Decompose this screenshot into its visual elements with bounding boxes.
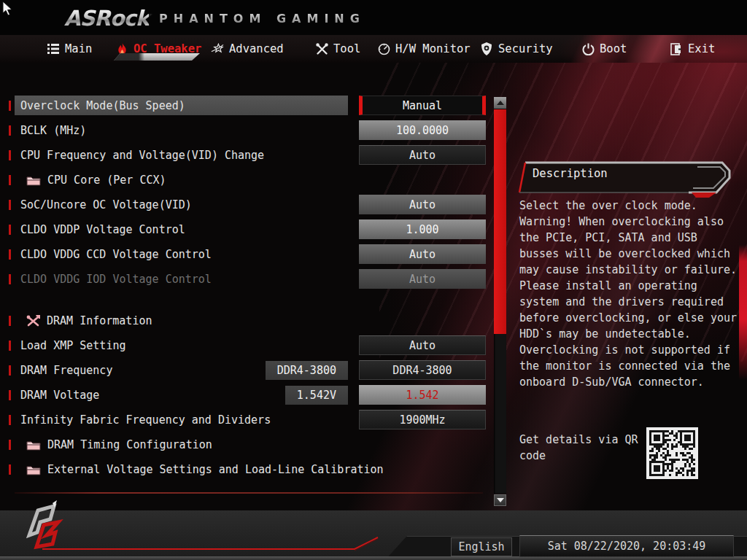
row-tick-icon	[9, 125, 11, 136]
row-tick-icon	[9, 440, 11, 450]
tab-boot[interactable]: Boot	[581, 35, 627, 63]
list-icon	[47, 42, 60, 55]
setting-label: DRAM Voltage	[20, 389, 99, 402]
tab-label: Tool	[333, 42, 360, 55]
settings-row[interactable]: BCLK (MHz) 100.0000	[9, 118, 486, 143]
exit-door-icon	[670, 42, 683, 55]
setting-value-button[interactable]: Auto	[359, 145, 486, 165]
setting-current-value: DDR4-3800	[266, 361, 348, 380]
scrollbar-thumb[interactable]	[494, 109, 506, 334]
settings-row[interactable]: CLDO VDDP Voltage Control 1.000	[9, 217, 486, 242]
qr-hint-text: Get details via QR code	[519, 432, 648, 464]
shield-icon	[480, 42, 493, 55]
setting-label: Overclock Mode(Bus Speed)	[20, 99, 185, 112]
tab-exit[interactable]: Exit	[670, 35, 715, 63]
settings-list: Overclock Mode(Bus Speed) Manual BCLK (M…	[9, 93, 486, 482]
scroll-down-button[interactable]	[494, 494, 506, 506]
tab-tool[interactable]: Tool	[315, 35, 360, 63]
scrollbar	[494, 97, 506, 506]
qr-code-image	[649, 430, 695, 476]
setting-label: DRAM Information	[47, 314, 152, 327]
row-tick-icon	[9, 316, 11, 326]
setting-value-button[interactable]: 1.542	[359, 385, 486, 405]
settings-row[interactable]: CPU Frequency and Voltage(VID) Change Au…	[9, 143, 486, 168]
row-spacer	[9, 292, 486, 308]
settings-row[interactable]: External Voltage Settings and Load-Line …	[9, 457, 486, 482]
tab-hw-monitor[interactable]: H/W Monitor	[377, 35, 471, 63]
phantom-gaming-logo	[16, 500, 64, 559]
setting-value-button[interactable]: Auto	[359, 195, 486, 214]
settings-row[interactable]: DRAM Voltage 1.542V 1.542	[9, 383, 486, 408]
list-divider	[15, 492, 483, 494]
row-tick-icon	[9, 175, 11, 185]
settings-row[interactable]: DRAM Frequency DDR4-3800 DDR4-3800	[9, 358, 486, 383]
row-tick-icon	[9, 464, 11, 475]
row-tick-icon	[9, 390, 11, 400]
settings-row[interactable]: DRAM Timing Configuration	[9, 432, 486, 457]
setting-label: CLDO VDDG IOD Voltage Control	[20, 273, 212, 286]
setting-label: CPU Core (Per CCX)	[47, 174, 166, 187]
setting-label: DRAM Timing Configuration	[47, 438, 212, 451]
settings-row[interactable]: CLDO VDDG IOD Voltage Control Auto	[9, 267, 486, 292]
row-tick-icon	[9, 225, 11, 235]
datetime-display: Sat 08/22/2020, 20:03:49	[519, 535, 734, 557]
row-tick-icon	[9, 415, 11, 425]
folder-icon	[26, 464, 41, 475]
settings-row[interactable]: CLDO VDDG CCD Voltage Control Auto	[9, 242, 486, 267]
setting-value-button[interactable]: Auto	[359, 244, 486, 264]
footer-bar: English Sat 08/22/2020, 20:03:49	[0, 510, 747, 560]
row-tick-icon	[9, 365, 11, 376]
settings-row[interactable]: CPU Core (Per CCX)	[9, 168, 486, 192]
language-button[interactable]: English	[451, 537, 512, 556]
dram-tools-icon	[26, 315, 40, 327]
tab-main[interactable]: Main	[47, 35, 92, 63]
description-text: Select the over clock mode. Warning! Whe…	[519, 198, 743, 390]
tab-advanced[interactable]: Advanced	[211, 35, 284, 63]
settings-row[interactable]: DRAM Information	[9, 308, 486, 333]
row-tick-icon	[9, 200, 11, 210]
settings-row[interactable]: Load XMP Setting Auto	[9, 333, 486, 358]
power-icon	[581, 42, 595, 55]
row-tick-icon	[9, 150, 11, 160]
folder-icon	[26, 175, 41, 186]
setting-value-button[interactable]: 100.0000	[359, 120, 486, 140]
tab-label: Security	[498, 42, 553, 55]
setting-label: BCLK (MHz)	[20, 124, 86, 137]
mouse-cursor	[2, 1, 13, 18]
settings-row[interactable]: Infinity Fabric Frequency and Dividers 1…	[9, 408, 486, 432]
row-tick-icon	[9, 274, 11, 284]
tab-label: Exit	[688, 42, 715, 55]
scroll-up-button[interactable]	[494, 97, 506, 109]
tab-security[interactable]: Security	[480, 35, 553, 63]
header-bar: ASRock PHANTOM GAMING	[0, 0, 747, 35]
row-tick-icon	[9, 101, 11, 111]
setting-value-button[interactable]: DDR4-3800	[359, 360, 486, 380]
asrock-logo: ASRock	[64, 6, 149, 31]
setting-label: Infinity Fabric Frequency and Dividers	[20, 413, 271, 427]
setting-label: DRAM Frequency	[20, 364, 112, 377]
tools-icon	[315, 42, 328, 55]
folder-icon	[26, 440, 41, 451]
gauge-icon	[377, 42, 390, 55]
setting-value-button[interactable]: Auto	[359, 269, 486, 289]
setting-value-button[interactable]: Auto	[359, 335, 486, 355]
tab-label: Main	[65, 42, 92, 55]
settings-row[interactable]: SoC/Uncore OC Voltage(VID) Auto	[9, 192, 486, 217]
tab-label: Boot	[600, 42, 627, 55]
setting-value-button[interactable]: Manual	[359, 96, 486, 115]
setting-label: Load XMP Setting	[20, 339, 126, 352]
description-title: Description	[533, 167, 608, 180]
nav-bar: Main OC Tweaker Advanced Tool H/W Monito…	[0, 35, 747, 63]
row-tick-icon	[9, 249, 11, 260]
setting-label: External Voltage Settings and Load-Line …	[47, 463, 384, 476]
setting-value-button[interactable]: 1900MHz	[359, 410, 486, 429]
triangle-up-icon	[497, 101, 504, 105]
settings-row[interactable]: Overclock Mode(Bus Speed) Manual	[9, 93, 486, 118]
setting-value-button[interactable]: 1.000	[359, 219, 486, 239]
setting-label: CPU Frequency and Voltage(VID) Change	[20, 149, 264, 162]
star-icon	[211, 42, 224, 55]
setting-label: SoC/Uncore OC Voltage(VID)	[20, 198, 192, 211]
brand-logo: ASRock PHANTOM GAMING	[64, 6, 365, 31]
setting-current-value: 1.542V	[285, 386, 348, 405]
description-header: Description	[514, 160, 732, 198]
